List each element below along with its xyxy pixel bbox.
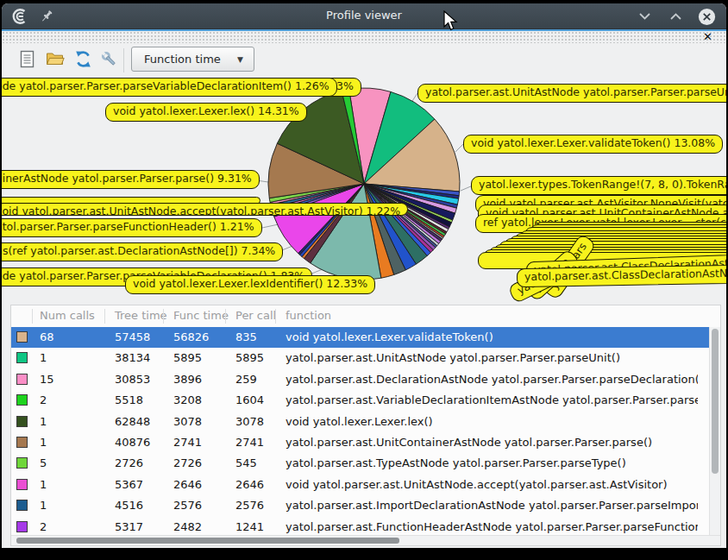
cell-func_time: 2576 bbox=[173, 499, 202, 512]
cell-tree_time: 40876 bbox=[115, 436, 150, 449]
cell-per_call: 2741 bbox=[235, 436, 264, 449]
header-separator bbox=[163, 309, 164, 324]
cell-function: yatol.parser.ast.UnitContainerAstNode ya… bbox=[286, 436, 698, 449]
window-title: Profile viewer bbox=[2, 9, 726, 22]
table-row[interactable]: 2531724821241yatol.parser.ast.FunctionHe… bbox=[11, 517, 710, 538]
vertical-scrollbar[interactable] bbox=[709, 327, 720, 537]
header-separator bbox=[104, 309, 105, 324]
cell-function: yatol.parser.ast.UnitAstNode yatol.parse… bbox=[286, 351, 698, 364]
cell-num_calls: 1 bbox=[40, 478, 47, 491]
cell-num_calls: 15 bbox=[40, 373, 54, 386]
table-row[interactable]: 1536726462646void yatol.parser.ast.UnitA… bbox=[11, 475, 710, 495]
cell-function: yatol.parser.ast.VariableDeclarationItem… bbox=[286, 393, 698, 406]
refresh-icon[interactable] bbox=[74, 50, 93, 69]
pane-close-icon[interactable]: ✕ bbox=[703, 31, 712, 43]
cell-function: void yatol.lexer.Lexer.lex() bbox=[286, 415, 698, 428]
pie-callout-label: void yatol.parser.ast.UnitAstNode.accept… bbox=[2, 203, 408, 216]
cell-num_calls: 1 bbox=[40, 436, 47, 449]
cell-function: void yatol.lexer.Lexer.validateToken() bbox=[286, 330, 698, 343]
maximize-button[interactable] bbox=[666, 7, 685, 26]
metric-dropdown[interactable]: Function time ▼ bbox=[131, 47, 254, 72]
cell-tree_time: 4516 bbox=[115, 499, 143, 512]
open-folder-icon[interactable] bbox=[46, 50, 65, 69]
profile-viewer-window: Profile viewer ✕ bbox=[2, 3, 726, 548]
cell-per_call: 2646 bbox=[235, 478, 264, 491]
table-row[interactable]: 1451625762576yatol.parser.ast.ImportDecl… bbox=[11, 495, 710, 516]
main-content: ✕ bbox=[2, 31, 726, 548]
cell-function: yatol.parser.ast.ImportDeclarationAstNod… bbox=[286, 499, 698, 512]
cell-function: yatol.parser.ast.FunctionHeaderAstNode y… bbox=[286, 520, 698, 533]
header-separator bbox=[275, 309, 276, 324]
close-button[interactable] bbox=[697, 7, 716, 26]
cell-per_call: 5895 bbox=[235, 351, 264, 364]
pie-callout-label: ns(ref yatol.parser.ast.DeclarationAstNo… bbox=[2, 242, 283, 261]
cell-num_calls: 5 bbox=[40, 456, 47, 469]
horizontal-scrollbar[interactable] bbox=[11, 535, 721, 545]
row-color-swatch bbox=[16, 374, 28, 385]
pie-callout-label: yatol.parser.ast.UnitAstNode yatol.parse… bbox=[417, 84, 726, 103]
column-header-function[interactable]: function bbox=[286, 309, 331, 322]
cell-func_time: 3208 bbox=[173, 393, 202, 406]
row-color-swatch bbox=[16, 352, 28, 363]
pie-callout-label: ode yatol.parser.Parser.parseVariableDec… bbox=[2, 78, 337, 97]
row-color-swatch bbox=[16, 394, 28, 406]
pie-callout-label: atol.parser.Parser.parseFunctionHeader()… bbox=[2, 218, 262, 237]
toolbar-separator bbox=[123, 48, 124, 72]
cell-func_time: 3896 bbox=[173, 373, 202, 386]
row-color-swatch bbox=[16, 479, 28, 490]
cell-tree_time: 5367 bbox=[115, 478, 143, 491]
toolbar-drag-strip[interactable] bbox=[2, 31, 726, 43]
chevron-down-icon: ▼ bbox=[237, 55, 243, 64]
table-header: Num callsTree timeFunc timePer callfunct… bbox=[11, 305, 720, 328]
column-header-num-calls[interactable]: Num calls bbox=[40, 309, 95, 322]
cell-per_call: 3078 bbox=[235, 415, 264, 428]
function-table: Num callsTree timeFunc timePer callfunct… bbox=[10, 305, 721, 546]
table-row[interactable]: 2551832081604yatol.parser.ast.VariableDe… bbox=[11, 390, 710, 411]
row-color-swatch bbox=[16, 521, 28, 532]
cell-num_calls: 68 bbox=[40, 330, 54, 343]
table-row[interactable]: 527262726545yatol.parser.ast.TypeAstNode… bbox=[11, 453, 710, 474]
pie-callout-label: yatol.lexer.types.TokenRange!(7, 8, 0).T… bbox=[471, 176, 726, 195]
pie-callout-label: void yatol.lexer.Lexer.lexIdentifier() 1… bbox=[125, 275, 375, 294]
table-row[interactable]: 14087627412741yatol.parser.ast.UnitConta… bbox=[11, 432, 710, 453]
minimize-button[interactable] bbox=[635, 7, 654, 26]
cell-per_call: 1604 bbox=[235, 393, 264, 406]
cell-func_time: 2482 bbox=[173, 520, 202, 533]
cell-per_call: 1241 bbox=[235, 520, 264, 533]
column-header-per-call[interactable]: Per call bbox=[235, 309, 276, 322]
cell-per_call: 545 bbox=[235, 456, 257, 469]
cell-per_call: 835 bbox=[235, 330, 257, 343]
table-row[interactable]: 16284830783078void yatol.lexer.Lexer.lex… bbox=[11, 412, 710, 432]
cell-func_time: 2726 bbox=[173, 456, 202, 469]
cell-num_calls: 2 bbox=[40, 393, 47, 406]
cell-num_calls: 1 bbox=[40, 499, 47, 512]
titlebar[interactable]: Profile viewer bbox=[2, 3, 726, 29]
row-color-swatch bbox=[16, 331, 28, 343]
table-row[interactable]: 15308533896259yatol.parser.ast.Declarati… bbox=[11, 369, 710, 390]
cell-tree_time: 57458 bbox=[115, 330, 150, 343]
column-header-tree-time[interactable]: Tree time bbox=[115, 309, 167, 322]
column-header-func-time[interactable]: Func time bbox=[173, 309, 229, 322]
report-icon[interactable] bbox=[19, 50, 38, 69]
cell-function: void yatol.parser.ast.UnitAstNode.accept… bbox=[286, 478, 698, 491]
cell-num_calls: 1 bbox=[40, 415, 47, 428]
cell-func_time: 2646 bbox=[173, 478, 202, 491]
cell-function: yatol.parser.ast.TypeAstNode yatol.parse… bbox=[286, 456, 698, 469]
vertical-scrollbar-thumb[interactable] bbox=[712, 329, 719, 474]
cell-tree_time: 30853 bbox=[115, 373, 150, 386]
tools-wrench-icon[interactable] bbox=[100, 50, 119, 69]
cell-per_call: 259 bbox=[235, 373, 257, 386]
horizontal-scrollbar-thumb[interactable] bbox=[16, 538, 399, 544]
pie-callout-label: void yatol.lexer.Lexer.lex() 14.31% bbox=[105, 103, 307, 122]
row-color-swatch bbox=[16, 457, 28, 469]
cell-num_calls: 2 bbox=[40, 520, 47, 533]
cell-tree_time: 5317 bbox=[115, 520, 143, 533]
cell-func_time: 56826 bbox=[173, 330, 209, 343]
row-color-swatch bbox=[16, 416, 28, 427]
table-row[interactable]: 685745856826835void yatol.lexer.Lexer.va… bbox=[11, 327, 710, 348]
metric-dropdown-value: Function time bbox=[144, 53, 221, 66]
row-color-swatch bbox=[16, 437, 28, 448]
cell-func_time: 5895 bbox=[173, 351, 202, 364]
table-row[interactable]: 13813458955895yatol.parser.ast.UnitAstNo… bbox=[11, 348, 710, 368]
cell-tree_time: 38134 bbox=[115, 351, 150, 364]
